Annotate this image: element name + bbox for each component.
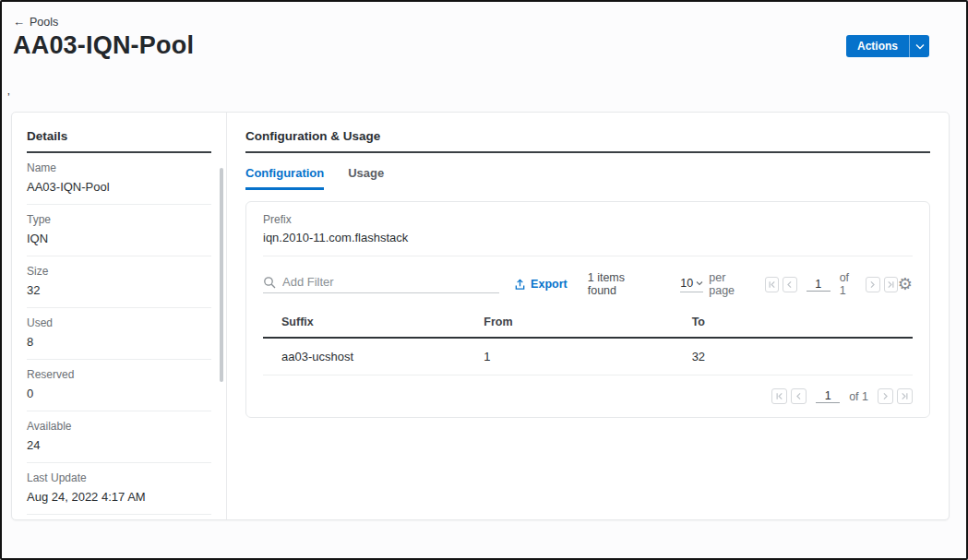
field-value: 8 bbox=[27, 335, 211, 349]
stray-mark: ’ bbox=[2, 60, 966, 112]
next-page-button[interactable] bbox=[866, 277, 879, 292]
export-icon bbox=[514, 279, 526, 291]
field-value: AA03-IQN-Pool bbox=[27, 180, 211, 194]
table-header-row: Suffix From To bbox=[263, 308, 913, 338]
table-row[interactable]: aa03-ucshost 1 32 bbox=[263, 338, 913, 375]
next-page-button[interactable] bbox=[878, 388, 893, 404]
detail-field-size: Size 32 bbox=[27, 256, 211, 308]
field-value: 32 bbox=[27, 283, 211, 297]
page-number-input[interactable] bbox=[816, 389, 840, 403]
detail-field-reserved: Reserved 0 bbox=[27, 360, 211, 411]
details-panel: Details Name AA03-IQN-Pool Type IQN Size… bbox=[12, 113, 227, 519]
field-label: Type bbox=[27, 213, 211, 226]
configuration-heading: Configuration & Usage bbox=[245, 129, 930, 153]
first-page-button[interactable] bbox=[771, 388, 787, 404]
main-card: Details Name AA03-IQN-Pool Type IQN Size… bbox=[11, 112, 950, 520]
column-header-from[interactable]: From bbox=[484, 308, 691, 338]
field-value: IQN bbox=[27, 232, 211, 245]
chevron-down-icon[interactable] bbox=[909, 35, 929, 57]
page-of-label: of 1 bbox=[840, 271, 857, 297]
detail-field-name: Name AA03-IQN-Pool bbox=[27, 153, 211, 205]
breadcrumb[interactable]: ← Pools bbox=[13, 16, 58, 29]
field-value: 0 bbox=[27, 387, 211, 400]
pool-detail-page: ← Pools AA03-IQN-Pool Actions ’ Details … bbox=[0, 0, 968, 560]
field-value: 24 bbox=[27, 438, 211, 452]
column-header-suffix[interactable]: Suffix bbox=[263, 308, 484, 338]
breadcrumb-label: Pools bbox=[30, 16, 58, 29]
prefix-block: Prefix iqn.2010-11.com.flashstack bbox=[263, 213, 913, 256]
page-number-input[interactable] bbox=[807, 278, 831, 292]
configuration-card: Prefix iqn.2010-11.com.flashstack bbox=[245, 201, 930, 418]
prefix-label: Prefix bbox=[263, 213, 913, 226]
top-pagination: of 1 bbox=[765, 271, 898, 297]
details-scrollbar[interactable] bbox=[220, 168, 223, 382]
detail-field-available: Available 24 bbox=[27, 411, 211, 463]
page-header: ← Pools AA03-IQN-Pool Actions bbox=[2, 2, 966, 60]
column-header-to[interactable]: To bbox=[692, 308, 913, 338]
detail-field-last-update: Last Update Aug 24, 2022 4:17 AM bbox=[27, 463, 211, 515]
tab-bar: Configuration Usage bbox=[245, 166, 930, 190]
cell-from: 1 bbox=[484, 338, 691, 375]
tab-usage[interactable]: Usage bbox=[348, 166, 384, 190]
search-icon bbox=[263, 276, 276, 289]
actions-button[interactable]: Actions bbox=[846, 35, 929, 57]
details-heading: Details bbox=[27, 129, 211, 153]
back-arrow-icon: ← bbox=[13, 16, 25, 28]
field-label: Used bbox=[27, 316, 211, 329]
per-page-label: per page bbox=[709, 271, 750, 297]
page-title: AA03-IQN-Pool bbox=[13, 31, 194, 60]
table-toolbar: Export 1 items found 10 per page bbox=[263, 271, 913, 297]
field-label: Available bbox=[27, 420, 211, 433]
field-label: Name bbox=[27, 161, 211, 174]
field-label: Last Update bbox=[27, 471, 211, 484]
configuration-panel: Configuration & Usage Configuration Usag… bbox=[227, 113, 949, 519]
per-page-select[interactable]: 10 bbox=[680, 277, 703, 292]
field-label: Reserved bbox=[27, 368, 211, 381]
filter-field[interactable] bbox=[263, 275, 499, 293]
per-page-value: 10 bbox=[680, 277, 693, 290]
actions-button-label: Actions bbox=[846, 35, 909, 57]
last-page-button[interactable] bbox=[897, 388, 913, 404]
last-page-button[interactable] bbox=[884, 277, 898, 292]
first-page-button[interactable] bbox=[765, 277, 779, 292]
tab-configuration[interactable]: Configuration bbox=[245, 166, 324, 190]
field-value: Aug 24, 2022 4:17 AM bbox=[27, 490, 211, 504]
export-label: Export bbox=[531, 278, 568, 291]
page-of-label: of 1 bbox=[849, 390, 868, 403]
cell-suffix: aa03-ucshost bbox=[263, 338, 484, 375]
bottom-pagination: of 1 bbox=[263, 388, 913, 404]
prefix-value: iqn.2010-11.com.flashstack bbox=[263, 231, 913, 244]
suffix-table: Suffix From To aa03-ucshost 1 32 bbox=[263, 308, 913, 375]
items-found-text: 1 items found bbox=[588, 271, 653, 297]
chevron-down-icon bbox=[696, 280, 703, 286]
prev-page-button[interactable] bbox=[783, 277, 796, 292]
export-button[interactable]: Export bbox=[514, 278, 568, 291]
table-settings-gear-icon[interactable]: ⚙ bbox=[898, 276, 913, 292]
field-label: Size bbox=[27, 265, 211, 278]
prev-page-button[interactable] bbox=[791, 388, 807, 404]
per-page-control: 10 per page bbox=[680, 271, 750, 297]
add-filter-input[interactable] bbox=[282, 275, 499, 289]
detail-field-type: Type IQN bbox=[27, 205, 211, 256]
detail-field-used: Used 8 bbox=[27, 308, 211, 360]
cell-to: 32 bbox=[692, 338, 913, 375]
